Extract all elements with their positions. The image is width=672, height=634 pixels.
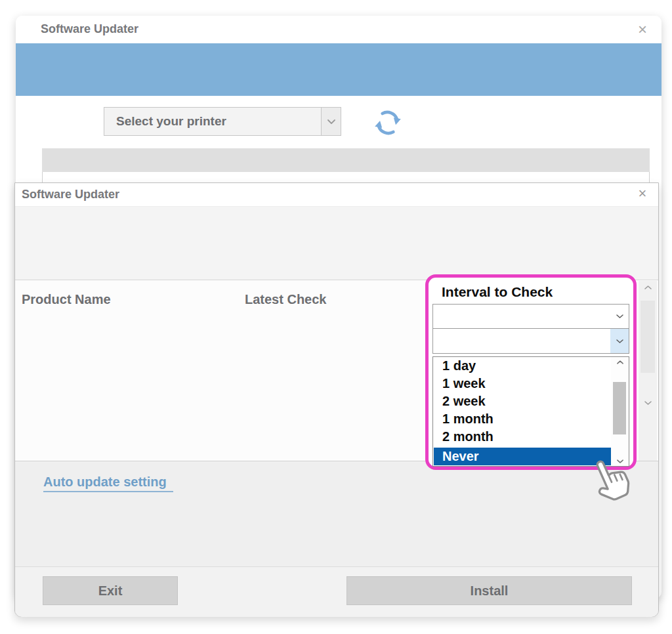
- chevron-down-icon[interactable]: [639, 400, 657, 406]
- chevron-down-icon[interactable]: [610, 329, 629, 353]
- list-item[interactable]: 1 month: [434, 410, 611, 428]
- close-icon[interactable]: ×: [635, 186, 650, 201]
- list-item[interactable]: 2 week: [434, 392, 611, 410]
- background-window-titlebar: Software Updater ×: [16, 16, 662, 43]
- front-window-titlebar: Software Updater ×: [15, 183, 658, 207]
- list-item[interactable]: 2 month: [434, 428, 611, 446]
- chevron-up-icon[interactable]: [611, 360, 629, 365]
- list-scrollbar[interactable]: [639, 281, 657, 461]
- install-button[interactable]: Install: [346, 576, 632, 605]
- interval-dropdown-open[interactable]: [432, 328, 629, 354]
- column-header-product-name: Product Name: [22, 292, 111, 307]
- scrollbar-thumb[interactable]: [640, 301, 655, 373]
- window-title: Software Updater: [22, 188, 119, 201]
- chevron-up-icon[interactable]: [639, 285, 657, 290]
- close-icon[interactable]: ×: [634, 21, 651, 38]
- header-banner: [16, 43, 662, 96]
- page: Software Updater × Select your printer S…: [0, 0, 672, 634]
- list-item[interactable]: 1 day: [434, 357, 611, 375]
- window-title: Software Updater: [41, 22, 138, 36]
- interval-option-list: 1 day 1 week 2 week 1 month 2 month Neve…: [432, 356, 629, 467]
- printer-select-value: Select your printer: [116, 114, 226, 129]
- chevron-down-icon[interactable]: [321, 108, 341, 135]
- scrollbar-thumb[interactable]: [613, 382, 626, 434]
- auto-update-setting-link[interactable]: Auto update setting: [43, 475, 173, 492]
- interval-dropdown-closed[interactable]: [432, 304, 629, 329]
- chevron-down-icon[interactable]: [610, 305, 629, 328]
- settings-section: Auto update setting: [15, 462, 658, 566]
- list-item[interactable]: 1 week: [434, 375, 611, 392]
- exit-button[interactable]: Exit: [43, 576, 178, 605]
- background-list-header: [42, 148, 650, 172]
- column-header-latest-check: Latest Check: [245, 292, 327, 307]
- printer-select-dropdown[interactable]: Select your printer: [104, 107, 341, 136]
- interval-highlight-box: Interval to Check 1 day 1 week 2 week 1 …: [425, 274, 637, 470]
- column-header-interval-to-check: Interval to Check: [442, 284, 553, 300]
- button-bar: Exit Install: [15, 566, 658, 617]
- refresh-icon[interactable]: [371, 106, 404, 139]
- list-item-selected[interactable]: Never: [434, 448, 611, 465]
